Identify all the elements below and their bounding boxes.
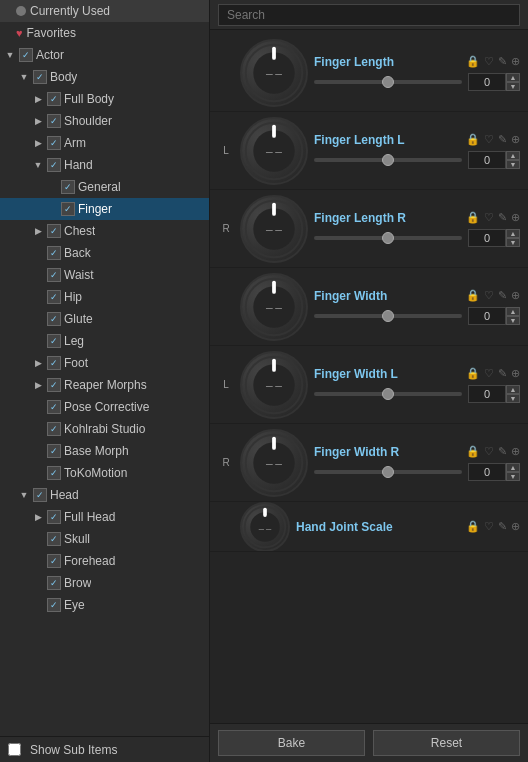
- sidebar-item-glute[interactable]: Glute: [0, 308, 209, 330]
- sidebar-item-shoulder[interactable]: Shoulder: [0, 110, 209, 132]
- checkbox-brow[interactable]: [47, 576, 61, 590]
- checkbox-general[interactable]: [61, 180, 75, 194]
- checkbox-toKoMotion[interactable]: [47, 466, 61, 480]
- slider-track-fwr[interactable]: [314, 470, 462, 474]
- checkbox-hand[interactable]: [47, 158, 61, 172]
- checkbox-reaper-morphs[interactable]: [47, 378, 61, 392]
- heart-icon-finger-length[interactable]: ♡: [484, 55, 494, 68]
- slider-thumb-fl[interactable]: [382, 154, 394, 166]
- slider-track-fw[interactable]: [314, 314, 462, 318]
- sidebar-item-leg[interactable]: Leg: [0, 330, 209, 352]
- search-input[interactable]: [218, 4, 520, 26]
- heart-icon-fwl[interactable]: ♡: [484, 367, 494, 380]
- sidebar-item-foot[interactable]: Foot: [0, 352, 209, 374]
- checkbox-full-head[interactable]: [47, 510, 61, 524]
- heart-icon-fl[interactable]: ♡: [484, 133, 494, 146]
- sidebar-item-head[interactable]: Head: [0, 484, 209, 506]
- edit-icon-flr[interactable]: ✎: [498, 211, 507, 224]
- show-sub-items-checkbox[interactable]: [8, 743, 21, 756]
- spinner-up-fwr[interactable]: ▲: [506, 463, 520, 472]
- spinner-up-fwl[interactable]: ▲: [506, 385, 520, 394]
- menu-icon-fwr[interactable]: ⊕: [511, 445, 520, 458]
- spinner-down-fw[interactable]: ▼: [506, 316, 520, 325]
- checkbox-hip[interactable]: [47, 290, 61, 304]
- tree-scroll[interactable]: Currently Used ♥ Favorites Actor Body: [0, 0, 209, 736]
- checkbox-chest[interactable]: [47, 224, 61, 238]
- bake-button[interactable]: Bake: [218, 730, 365, 756]
- dial-finger-length-r[interactable]: ─ ─: [240, 195, 308, 263]
- sidebar-item-kohlrabi-studio[interactable]: Kohlrabi Studio: [0, 418, 209, 440]
- sidebar-item-favorites[interactable]: ♥ Favorites: [0, 22, 209, 44]
- sidebar-item-eye[interactable]: Eye: [0, 594, 209, 616]
- sidebar-item-reaper-morphs[interactable]: Reaper Morphs: [0, 374, 209, 396]
- checkbox-base-morph[interactable]: [47, 444, 61, 458]
- spinner-down-fwr[interactable]: ▼: [506, 472, 520, 481]
- checkbox-shoulder[interactable]: [47, 114, 61, 128]
- checkbox-finger[interactable]: [61, 202, 75, 216]
- lock-icon-fw[interactable]: 🔒: [466, 289, 480, 302]
- checkbox-skull[interactable]: [47, 532, 61, 546]
- menu-icon-fw[interactable]: ⊕: [511, 289, 520, 302]
- slider-thumb-flr[interactable]: [382, 232, 394, 244]
- spinner-down-finger-length[interactable]: ▼: [506, 82, 520, 91]
- edit-icon-fwl[interactable]: ✎: [498, 367, 507, 380]
- checkbox-foot[interactable]: [47, 356, 61, 370]
- sidebar-item-full-head[interactable]: Full Head: [0, 506, 209, 528]
- lock-icon-fwl[interactable]: 🔒: [466, 367, 480, 380]
- dial-hand-joint-scale[interactable]: ─ ─: [240, 502, 290, 552]
- checkbox-forehead[interactable]: [47, 554, 61, 568]
- edit-icon-hjs[interactable]: ✎: [498, 520, 507, 533]
- sidebar-item-skull[interactable]: Skull: [0, 528, 209, 550]
- slider-track-fl[interactable]: [314, 158, 462, 162]
- slider-track-fwl[interactable]: [314, 392, 462, 396]
- show-sub-items-label[interactable]: Show Sub Items: [8, 743, 117, 757]
- sidebar-item-forehead[interactable]: Forehead: [0, 550, 209, 572]
- heart-icon-flr[interactable]: ♡: [484, 211, 494, 224]
- menu-icon-flr[interactable]: ⊕: [511, 211, 520, 224]
- sidebar-item-body[interactable]: Body: [0, 66, 209, 88]
- reset-button[interactable]: Reset: [373, 730, 520, 756]
- checkbox-leg[interactable]: [47, 334, 61, 348]
- sidebar-item-general[interactable]: General: [0, 176, 209, 198]
- slider-thumb-fwr[interactable]: [382, 466, 394, 478]
- lock-icon-finger-length[interactable]: 🔒: [466, 55, 480, 68]
- sidebar-item-chest[interactable]: Chest: [0, 220, 209, 242]
- dial-finger-width-l[interactable]: ─ ─: [240, 351, 308, 419]
- lock-icon-fl[interactable]: 🔒: [466, 133, 480, 146]
- lock-icon-fwr[interactable]: 🔒: [466, 445, 480, 458]
- checkbox-back[interactable]: [47, 246, 61, 260]
- slider-thumb-fwl[interactable]: [382, 388, 394, 400]
- sidebar-item-toKoMotion[interactable]: ToKoMotion: [0, 462, 209, 484]
- checkbox-body[interactable]: [33, 70, 47, 84]
- value-input-fwl[interactable]: [468, 385, 506, 403]
- sidebar-item-finger[interactable]: Finger: [0, 198, 209, 220]
- sidebar-item-currently-used[interactable]: Currently Used: [0, 0, 209, 22]
- menu-icon-finger-length[interactable]: ⊕: [511, 55, 520, 68]
- checkbox-actor[interactable]: [19, 48, 33, 62]
- menu-icon-fl[interactable]: ⊕: [511, 133, 520, 146]
- dial-finger-width[interactable]: ─ ─: [240, 273, 308, 341]
- edit-icon-fl[interactable]: ✎: [498, 133, 507, 146]
- sidebar-item-full-body[interactable]: Full Body: [0, 88, 209, 110]
- checkbox-head[interactable]: [33, 488, 47, 502]
- sidebar-item-back[interactable]: Back: [0, 242, 209, 264]
- value-input-finger-length[interactable]: 0: [468, 73, 506, 91]
- checkbox-arm[interactable]: [47, 136, 61, 150]
- spinner-down-fl[interactable]: ▼: [506, 160, 520, 169]
- checkbox-glute[interactable]: [47, 312, 61, 326]
- lock-icon-flr[interactable]: 🔒: [466, 211, 480, 224]
- checkbox-kohlrabi-studio[interactable]: [47, 422, 61, 436]
- dial-finger-length[interactable]: ─ ─: [240, 39, 308, 107]
- edit-icon-fwr[interactable]: ✎: [498, 445, 507, 458]
- sidebar-item-brow[interactable]: Brow: [0, 572, 209, 594]
- slider-thumb-finger-length[interactable]: [382, 76, 394, 88]
- sidebar-item-waist[interactable]: Waist: [0, 264, 209, 286]
- heart-icon-fw[interactable]: ♡: [484, 289, 494, 302]
- spinner-up-fw[interactable]: ▲: [506, 307, 520, 316]
- sidebar-item-pose-corrective[interactable]: Pose Corrective: [0, 396, 209, 418]
- value-input-fwr[interactable]: [468, 463, 506, 481]
- sidebar-item-base-morph[interactable]: Base Morph: [0, 440, 209, 462]
- spinner-up-flr[interactable]: ▲: [506, 229, 520, 238]
- slider-track-flr[interactable]: [314, 236, 462, 240]
- menu-icon-hjs[interactable]: ⊕: [511, 520, 520, 533]
